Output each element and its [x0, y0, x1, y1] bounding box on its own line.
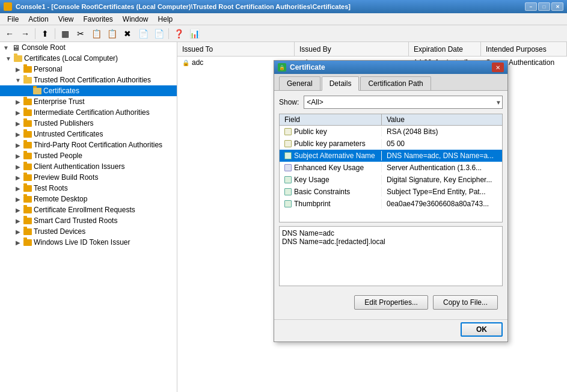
sidebar-label-smart-card-roots: Smart Card Trusted Roots	[34, 216, 117, 225]
sidebar-item-trusted-people[interactable]: ▶ Trusted People	[0, 150, 177, 161]
sidebar-item-remote-desktop[interactable]: ▶ Remote Desktop	[0, 194, 177, 204]
cut-button[interactable]: ✂	[73, 27, 88, 40]
folder-icon	[23, 173, 32, 182]
tab-general[interactable]: General	[279, 76, 320, 90]
col-header-intended[interactable]: Intended Purposes	[481, 42, 567, 56]
detail-row-thumbprint[interactable]: Thumbprint 0ea0ae479e3606608a80a743...	[280, 198, 502, 210]
dialog-title-icon: 🔒	[278, 63, 286, 72]
expand-icon	[24, 87, 31, 94]
close-button[interactable]: ✕	[551, 2, 563, 11]
up-button[interactable]: ⬆	[38, 27, 52, 40]
minimize-button[interactable]: −	[525, 2, 537, 11]
col-header-issued-to[interactable]: Issued To	[177, 42, 295, 56]
expand-icon: ▶	[14, 152, 22, 159]
sidebar-item-certificates[interactable]: Certificates	[0, 85, 177, 96]
sidebar-label-third-party-root: Third-Party Root Certification Authoriti…	[34, 141, 162, 149]
sidebar-item-trusted-devices[interactable]: ▶ Trusted Devices	[0, 226, 177, 237]
certificate-dialog: 🔒 Certificate ✕ General Details Certific…	[274, 60, 508, 342]
detail-row-enhanced-key-usage[interactable]: Enhanced Key Usage Server Authentication…	[280, 162, 502, 174]
help-button[interactable]: ❓	[171, 27, 186, 40]
sidebar-item-cert-enrollment[interactable]: ▶ Certificate Enrollment Requests	[0, 204, 177, 215]
expand-icon: ▶	[14, 66, 22, 73]
sidebar-item-smart-card-roots[interactable]: ▶ Smart Card Trusted Roots	[0, 215, 177, 226]
sidebar-label-preview-build: Preview Build Roots	[34, 173, 98, 182]
expand-icon: ▶	[14, 130, 22, 138]
folder-icon	[23, 162, 32, 171]
sidebar-label-windows-live: Windows Live ID Token Issuer	[34, 238, 130, 247]
field-public-key: Public key	[280, 127, 382, 136]
back-button[interactable]: ←	[2, 27, 17, 40]
delete-button[interactable]: ✖	[120, 27, 135, 40]
sidebar-item-untrusted-certs[interactable]: ▶ Untrusted Certificates	[0, 129, 177, 139]
menu-file[interactable]: File	[2, 14, 23, 25]
expand-icon: ▼	[2, 44, 10, 51]
sidebar-item-console-root[interactable]: ▼ 🖥 Console Root	[0, 42, 177, 53]
sidebar-label-remote-desktop: Remote Desktop	[34, 195, 87, 203]
forward-button[interactable]: →	[18, 27, 32, 40]
col-field-header: Field	[280, 114, 382, 125]
field-basic-constraints: Basic Constraints	[280, 187, 382, 197]
field-enhanced-key-usage: Enhanced Key Usage	[280, 163, 382, 173]
tab-certification-path[interactable]: Certification Path	[360, 76, 431, 90]
sidebar-item-preview-build[interactable]: ▶ Preview Build Roots	[0, 172, 177, 183]
sidebar-item-intermediate-ca[interactable]: ▶ Intermediate Certification Authorities	[0, 107, 177, 118]
paste-button[interactable]: 📋	[105, 27, 119, 40]
sidebar-item-test-roots[interactable]: ▶ Test Roots	[0, 183, 177, 194]
sidebar-label-enterprise-trust: Enterprise Trust	[34, 97, 85, 106]
menu-view[interactable]: View	[54, 14, 79, 25]
menu-help[interactable]: Help	[153, 14, 178, 25]
edit-properties-button[interactable]: Edit Properties...	[354, 295, 428, 310]
expand-icon: ▶	[14, 120, 22, 127]
menu-window[interactable]: Window	[118, 14, 153, 25]
key-icon	[284, 128, 292, 135]
folder-icon	[23, 183, 32, 193]
sidebar-label-trusted-devices: Trusted Devices	[34, 227, 85, 236]
show-label: Show:	[279, 98, 299, 106]
sidebar-item-local-computer[interactable]: ▼ Certificates (Local Computer)	[0, 53, 177, 64]
computer-icon: 🖥	[11, 43, 20, 52]
detail-row-subject-alt-name[interactable]: Subject Alternative Name DNS Name=adc, D…	[280, 150, 502, 162]
detail-row-basic-constraints[interactable]: Basic Constraints Subject Type=End Entit…	[280, 186, 502, 198]
copy-to-file-button[interactable]: Copy to File...	[433, 295, 498, 310]
detail-row-public-key-params[interactable]: Public key parameters 05 00	[280, 138, 502, 150]
value-detail-textarea[interactable]: DNS Name=adc DNS Name=adc.[redacted].loc…	[279, 226, 503, 286]
value-subject-alt-name: DNS Name=adc, DNS Name=a...	[382, 151, 502, 161]
main-content: ▼ 🖥 Console Root ▼ Certificates (Local C…	[0, 42, 567, 392]
sidebar-item-trusted-publishers[interactable]: ▶ Trusted Publishers	[0, 118, 177, 129]
export-button[interactable]: 📄	[152, 27, 166, 40]
expand-icon: ▶	[14, 174, 22, 181]
sidebar-item-windows-live[interactable]: ▶ Windows Live ID Token Issuer	[0, 237, 177, 248]
sidebar-item-personal[interactable]: ▶ Personal	[0, 64, 177, 75]
show-row: Show: <All>Version 1 Fields OnlyExtensio…	[279, 96, 503, 109]
expand-icon: ▶	[14, 239, 22, 246]
folder-icon	[23, 216, 32, 225]
properties-button[interactable]: 📄	[136, 27, 150, 40]
folder-icon	[23, 97, 32, 106]
view-button[interactable]: 📊	[187, 27, 201, 40]
expand-icon: ▶	[14, 141, 22, 149]
menu-favorites[interactable]: Favorites	[79, 14, 118, 25]
detail-row-public-key[interactable]: Public key RSA (2048 Bits)	[280, 126, 502, 138]
tab-details[interactable]: Details	[322, 76, 360, 91]
folder-icon	[23, 237, 32, 247]
show-select[interactable]: <All>Version 1 Fields OnlyExtensions Onl…	[304, 96, 503, 109]
dialog-close-button[interactable]: ✕	[492, 63, 504, 72]
expand-icon: ▶	[14, 98, 22, 105]
copy-button[interactable]: 📋	[89, 27, 103, 40]
toolbar-sep-2	[55, 28, 55, 39]
ok-button[interactable]: OK	[461, 322, 503, 337]
sidebar-item-client-auth[interactable]: ▶ Client Authentication Issuers	[0, 161, 177, 172]
detail-row-key-usage[interactable]: Key Usage Digital Signature, Key Enciphe…	[280, 174, 502, 186]
maximize-button[interactable]: □	[538, 2, 550, 11]
show-hide-button[interactable]: ▦	[58, 27, 72, 40]
col-header-expiration[interactable]: Expiration Date	[409, 42, 481, 56]
toolbar-sep-1	[35, 28, 35, 39]
sidebar-item-enterprise-trust[interactable]: ▶ Enterprise Trust	[0, 96, 177, 107]
dialog-ok-row: OK	[274, 319, 507, 341]
menu-action[interactable]: Action	[23, 14, 53, 25]
sidebar-item-trusted-root[interactable]: ▼ Trusted Root Certification Authorities	[0, 75, 177, 85]
sidebar-label-untrusted-certs: Untrusted Certificates	[34, 130, 103, 138]
sidebar-item-third-party-root[interactable]: ▶ Third-Party Root Certification Authori…	[0, 139, 177, 150]
col-header-issued-by[interactable]: Issued By	[295, 42, 409, 56]
expand-icon: ▶	[14, 228, 22, 235]
